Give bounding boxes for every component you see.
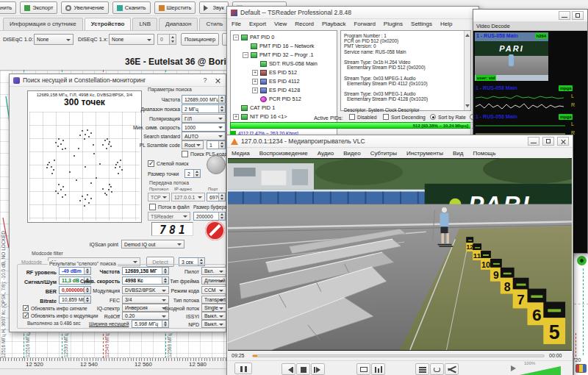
collapse-icon[interactable] bbox=[233, 35, 239, 40]
dot-size-spin[interactable] bbox=[193, 170, 200, 177]
vlc-menu-subtitles[interactable]: Субтитры bbox=[370, 150, 397, 157]
previous-button[interactable] bbox=[282, 363, 295, 375]
polar-select[interactable]: Г/Л bbox=[182, 114, 226, 123]
vlc-maximize-button[interactable] bbox=[542, 137, 554, 146]
menu-help[interactable]: Help bbox=[440, 21, 452, 27]
update-signal-checkbox[interactable] bbox=[23, 305, 29, 311]
menu-view[interactable]: View bbox=[274, 21, 287, 27]
menu-record[interactable]: Record bbox=[295, 21, 314, 27]
maximize-icon[interactable] bbox=[572, 11, 584, 20]
scan-button[interactable]: Сканить bbox=[112, 1, 151, 14]
issyi-select[interactable]: Выкл. bbox=[201, 312, 226, 320]
buffer-field[interactable]: 200000 bbox=[193, 212, 226, 221]
fullscreen-button[interactable] bbox=[356, 363, 370, 375]
positioner-button[interactable]: Позиционер bbox=[181, 33, 219, 46]
tv-icon[interactable] bbox=[576, 364, 587, 373]
menu-playback[interactable]: Playback bbox=[322, 21, 345, 27]
globe-icon[interactable] bbox=[207, 155, 226, 174]
tab-satellite-info[interactable]: Информация о спутнике bbox=[3, 18, 83, 30]
freq-spin[interactable] bbox=[218, 96, 225, 103]
vlc-menu-video[interactable]: Видео bbox=[343, 150, 360, 157]
port-field[interactable]: 6970 bbox=[207, 193, 226, 201]
consumer-select[interactable]: TSReader bbox=[148, 212, 190, 221]
help-button[interactable]: ? bbox=[201, 76, 209, 84]
menu-export[interactable]: Export bbox=[249, 21, 266, 27]
menu-settings[interactable]: Settings bbox=[411, 21, 432, 27]
close-button[interactable] bbox=[212, 76, 222, 85]
info-scrollbar[interactable] bbox=[464, 31, 470, 110]
expand-icon[interactable] bbox=[252, 88, 258, 93]
pls-search-checkbox[interactable] bbox=[182, 151, 188, 157]
range-field[interactable]: 2 МГц bbox=[182, 104, 226, 113]
stream-type-select[interactable]: Transport bbox=[201, 296, 226, 304]
expand-icon[interactable] bbox=[233, 114, 239, 120]
constellation-titlebar[interactable]: Поиск несущей и Constellation-мониторинг… bbox=[10, 74, 226, 87]
proto-select[interactable]: TCP bbox=[148, 193, 170, 201]
tree-item-pmt32[interactable]: PMT PID 32 – Progr .1 bbox=[243, 51, 314, 59]
position-spin-arrows[interactable] bbox=[169, 35, 176, 44]
blind-search-checkbox[interactable] bbox=[148, 160, 154, 167]
extended-settings-button[interactable] bbox=[371, 363, 385, 375]
tree-item-pcr[interactable]: PCR PID 512 bbox=[252, 95, 301, 103]
save-button[interactable]: Сохранить bbox=[0, 1, 16, 14]
next-button[interactable] bbox=[311, 363, 325, 375]
volume-slider[interactable] bbox=[520, 366, 561, 375]
program-info-pane[interactable]: Program Number : 1 PCR on PID 512 (0x020… bbox=[340, 30, 471, 111]
video-thumbnail[interactable]: PARI 1 - RUS-058 Main h264 user: std bbox=[475, 32, 548, 81]
vlc-video-area[interactable]: PARI bbox=[228, 158, 572, 351]
ip-select[interactable]: 127.0.0.1 bbox=[171, 193, 205, 201]
vlc-minimize-button[interactable] bbox=[528, 137, 539, 146]
iqscan-select[interactable]: Demod IQ out bbox=[121, 240, 184, 249]
zoom-button[interactable]: Увеличение bbox=[61, 1, 108, 14]
vlc-menu-media[interactable]: Медиа bbox=[232, 150, 250, 157]
npd-select[interactable]: Выкл. bbox=[201, 320, 226, 328]
expand-icon[interactable] bbox=[252, 79, 258, 85]
menu-plugins[interactable]: Plugins bbox=[384, 21, 403, 27]
menu-file[interactable]: File bbox=[232, 21, 241, 27]
vlc-menu-tools[interactable]: Инструменты bbox=[406, 150, 443, 157]
update-mod-checkbox[interactable] bbox=[23, 312, 29, 318]
tab-device[interactable]: Устройство bbox=[85, 18, 132, 30]
sort-by-rate-radio[interactable] bbox=[430, 114, 436, 120]
tab-range[interactable]: Диапазон bbox=[159, 18, 198, 30]
crawl-button[interactable]: Шерстить bbox=[154, 1, 196, 14]
vlc-menu-help[interactable]: Помощь bbox=[473, 150, 495, 157]
pls-mode-select[interactable]: Root bbox=[182, 140, 204, 149]
stop-button[interactable] bbox=[296, 363, 310, 375]
tree-item-cat[interactable]: CAT PID 1 bbox=[233, 104, 275, 112]
stop-icon[interactable] bbox=[205, 221, 225, 240]
menu-forward[interactable]: Forward bbox=[354, 21, 375, 27]
range-spin[interactable] bbox=[218, 105, 225, 113]
video-decode-titlebar[interactable] bbox=[473, 10, 587, 22]
position-spinner[interactable]: 0 bbox=[157, 34, 176, 45]
tree-item-nit[interactable]: NIT PID 16 <1> bbox=[233, 113, 287, 121]
playlist-button[interactable] bbox=[415, 363, 429, 375]
vlc-menu-view[interactable]: Вид bbox=[453, 150, 463, 157]
sound-button[interactable]: Звук bbox=[199, 1, 228, 14]
tree-item-es4112[interactable]: ES PID 4112 bbox=[252, 77, 300, 85]
export-button[interactable]: Экспорт bbox=[20, 1, 57, 14]
dot-size-field[interactable]: 2 bbox=[184, 169, 201, 178]
vlc-menu-playback[interactable]: Воспроизведение bbox=[259, 150, 308, 157]
buffer-spin[interactable] bbox=[218, 213, 225, 220]
tree-item-sdt-service[interactable]: SDT: RUS-058 Main bbox=[252, 60, 318, 68]
carrier-width-label[interactable]: Ширина несущей bbox=[89, 321, 129, 326]
freq-field[interactable]: 12689,000 МГц bbox=[182, 95, 226, 104]
minsr-combo[interactable]: 1000 bbox=[182, 123, 226, 132]
vlc-titlebar[interactable]: 127.0.0.1:1234 - Медиапроигрыватель VLC bbox=[227, 135, 573, 148]
loop-button[interactable] bbox=[430, 363, 444, 375]
frame-select[interactable]: Длинный bbox=[201, 276, 226, 285]
vlc-close-button[interactable] bbox=[557, 137, 569, 146]
collapse-icon[interactable] bbox=[243, 52, 248, 58]
tree-item-pat[interactable]: PAT PID 0 bbox=[233, 33, 274, 41]
tree-item-es4128[interactable]: ES PID 4128 bbox=[252, 86, 300, 94]
tab-lnb[interactable]: LNB bbox=[132, 18, 157, 30]
expand-icon[interactable] bbox=[252, 70, 258, 76]
pause-button[interactable] bbox=[234, 362, 252, 374]
pls-code-field[interactable]: 1 bbox=[207, 140, 226, 149]
diseqc1x-select[interactable]: None bbox=[109, 34, 154, 45]
port-spin[interactable] bbox=[218, 193, 225, 201]
diseqc10-select[interactable]: None bbox=[34, 34, 74, 45]
minimize-icon[interactable] bbox=[559, 11, 570, 20]
sort-descending-checkbox[interactable] bbox=[383, 114, 389, 120]
